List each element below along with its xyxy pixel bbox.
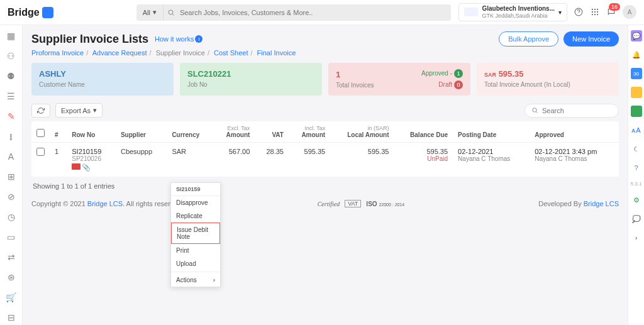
help-icon[interactable]: ? [631,162,642,174]
total-invoices-card: 1 Total Invoices Approved -1 Draft0 [328,63,470,96]
cell-local-amount: 595.35 [330,143,394,177]
col-balance-due[interactable]: Balance Due [394,121,453,143]
search-icon [531,107,538,114]
col-vat[interactable]: VAT [255,121,289,143]
refresh-button[interactable] [31,104,50,118]
topbar-right: Glaubetech Inventions... GTK Jeddah,Saud… [458,3,636,21]
chart-icon[interactable]: ⫿ [6,131,17,142]
settings-icon[interactable]: ⚙ [631,194,642,206]
how-it-works-link[interactable]: How it works i [155,35,203,43]
font-size-icon[interactable]: ᴀA [631,124,642,136]
search-icon [167,9,175,16]
customer-card: ASHLY Customer Name [31,63,174,96]
export-dropdown[interactable]: Export As ▾ [55,103,103,118]
notes-icon[interactable] [631,87,642,98]
table-info: Showing 1 to 1 of 1 entries [31,177,619,195]
brand-logo[interactable]: Bridge [8,7,53,18]
search-filter-dropdown[interactable]: All ▾ [136,4,164,21]
menu-issue-debit-note[interactable]: Issue Debit Note [171,223,220,244]
menu-actions[interactable]: Actions› [171,273,220,287]
cell-balance-status: UnPaid [399,155,448,162]
menu-upload[interactable]: Upload [171,257,220,270]
package-icon[interactable]: ⊞ [6,171,17,182]
cart-icon[interactable]: 🛒 [6,292,17,303]
dark-mode-icon[interactable]: ☾ [631,143,642,155]
svg-point-4 [592,9,593,10]
svg-point-13 [533,108,536,112]
svg-point-11 [594,14,596,15]
invoice-table: # Row No Supplier Currency Excl. TaxAmou… [31,121,619,177]
bell-icon[interactable]: 🔔 [631,49,642,60]
cell-approved-date: 02-12-2021 3:43 pm [535,148,614,155]
brand-text: Bridge [8,7,40,18]
menu-disapprove[interactable]: Disapprove [171,196,220,209]
document-icon[interactable]: ☰ [6,91,17,102]
apps-icon[interactable] [590,7,600,17]
dashboard-icon[interactable]: ▦ [6,30,17,41]
messages-icon[interactable]: 💬 [631,30,642,41]
collapse-icon[interactable]: › [631,232,642,243]
cell-posting-user: Nayana C Thomas [458,155,525,162]
user-icon[interactable]: ⚇ [6,50,17,62]
breadcrumb-final[interactable]: Final Invoice [257,49,296,57]
global-search-input[interactable] [175,9,451,16]
attachment-icon[interactable]: 📎 [82,163,91,171]
text-icon[interactable]: A [6,151,17,162]
edit-icon[interactable]: ✎ [6,111,17,122]
tasks-icon[interactable] [631,106,642,117]
chevron-right-icon: › [213,277,215,284]
svg-point-8 [594,11,596,13]
new-invoice-button[interactable]: New Invoice [564,31,619,47]
col-incl-amount[interactable]: Incl. TaxAmount [289,121,330,143]
tag-icon[interactable]: ⊘ [6,191,17,202]
company-sub: GTK Jeddah,Saudi Arabia [482,13,555,19]
summary-cards: ASHLY Customer Name SLC210221 Job No 1 T… [31,63,619,96]
svg-point-12 [597,14,598,15]
notification-badge: 16 [609,3,620,11]
company-selector[interactable]: Glaubetech Inventions... GTK Jeddah,Saud… [458,3,567,21]
archive-icon[interactable]: ⊟ [6,312,17,323]
table-search-input[interactable] [542,107,605,114]
support-chat-icon[interactable]: 💭 [631,213,642,224]
user-avatar[interactable]: A [623,5,636,19]
breadcrumb-proforma[interactable]: Proforma Invoice [31,49,84,57]
col-supplier[interactable]: Supplier [116,121,167,143]
globe-icon[interactable]: ⊛ [6,272,17,283]
cell-currency: SAR [167,143,213,177]
cell-vat: 28.35 [255,143,289,177]
cell-supplier: Cbesuppp [116,143,167,177]
users-icon[interactable]: ⚉ [6,70,17,82]
table-row[interactable]: 1 SI210159 SP210026 📎 Cbesuppp SAR 567.0… [31,143,619,177]
breadcrumb-cost[interactable]: Cost Sheet [214,49,248,57]
breadcrumb: Proforma Invoice/ Advance Request/ Suppl… [31,49,619,57]
footer-dev-link[interactable]: Bridge LCS [584,200,619,207]
transfer-icon[interactable]: ⇄ [6,251,17,263]
card-icon[interactable]: ▭ [6,231,17,243]
col-excl-amount[interactable]: Excl. TaxAmount [213,121,255,143]
calendar-icon[interactable]: 30 [631,68,642,79]
certifications: Certified VAT ISO 22000 : 2014 [318,200,405,207]
menu-print[interactable]: Print [171,244,220,257]
help-icon[interactable] [574,7,584,17]
top-bar: Bridge All ▾ Glaubetech Inventions... GT… [0,0,644,25]
bulk-approve-button[interactable]: Bulk Approve [499,31,558,47]
main-content: Supplier Invoice Lists How it works i Bu… [23,25,628,325]
select-all-checkbox[interactable] [36,129,45,137]
breadcrumb-advance[interactable]: Advance Request [92,49,147,57]
col-local-amount[interactable]: in (SAR)Local Amount [330,121,394,143]
clock-icon[interactable]: ◷ [6,211,17,223]
col-rowno[interactable]: Row No [67,121,116,143]
row-sub-id: SP210026 [72,155,111,162]
notifications-icon[interactable]: 16 [606,7,616,17]
left-sidebar: ▦ ⚇ ⚉ ☰ ✎ ⫿ A ⊞ ⊘ ◷ ▭ ⇄ ⊛ 🛒 ⊟ [0,25,23,325]
row-checkbox[interactable] [36,148,45,156]
brand-icon [42,7,53,18]
col-hash[interactable]: # [50,121,67,143]
col-posting-date[interactable]: Posting Date [453,121,530,143]
col-approved[interactable]: Approved [530,121,619,143]
cell-excl-amount: 567.00 [213,143,255,177]
menu-replicate[interactable]: Replicate [171,209,220,223]
right-sidebar: 💬 🔔 30 ᴀA ☾ ? 5.3.1 ⚙ 💭 › [628,25,644,325]
footer-brand-link[interactable]: Bridge LCS [87,200,123,207]
col-currency[interactable]: Currency [167,121,213,143]
